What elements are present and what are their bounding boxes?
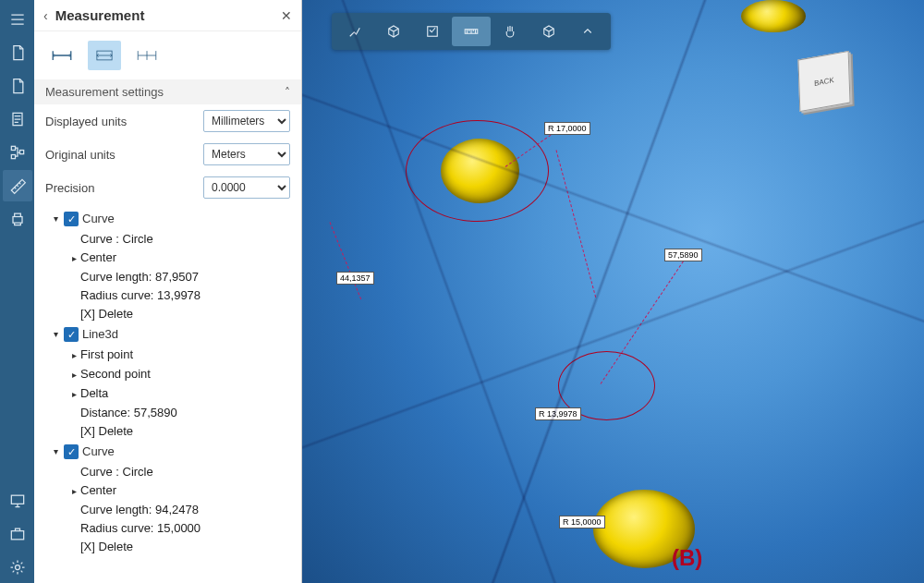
- briefcase-icon[interactable]: [3, 518, 32, 550]
- tree-leaf[interactable]: ▸Center: [34, 481, 301, 501]
- 3d-viewport[interactable]: (B) R 17,0000 44,1357 57,5890 R 13,9978 …: [302, 0, 924, 583]
- tree-node-label: Line3d: [82, 325, 118, 344]
- svg-point-7: [15, 565, 19, 570]
- tree-leaf[interactable]: [X] Delete: [34, 422, 301, 441]
- displayed-units-label: Displayed units: [45, 115, 196, 128]
- precision-select[interactable]: 00.00.000.0000.0000: [203, 176, 290, 199]
- measurement-panel: ‹ Measurement ✕ Measurement settings ˄ D…: [34, 0, 302, 583]
- back-button[interactable]: ‹: [43, 8, 48, 23]
- gear-icon[interactable]: [3, 552, 32, 583]
- tree-leaf[interactable]: Distance: 57,5890: [34, 404, 301, 422]
- svg-rect-1: [11, 146, 15, 150]
- panel-title: Measurement: [55, 7, 274, 23]
- svg-rect-6: [11, 531, 23, 540]
- tree-node[interactable]: ▾✓Curve: [34, 208, 301, 230]
- tree-icon[interactable]: [3, 137, 32, 168]
- tree-node-label: Curve: [82, 443, 115, 461]
- screen-icon[interactable]: [3, 485, 32, 516]
- svg-rect-2: [11, 155, 15, 159]
- svg-rect-3: [19, 151, 23, 154]
- tree-leaf[interactable]: ▸First point: [34, 346, 301, 365]
- original-units-select[interactable]: MillimetersCentimetersMetersInches: [203, 143, 290, 165]
- tree-node[interactable]: ▾✓Curve: [34, 441, 301, 463]
- open-doc-icon[interactable]: [3, 37, 32, 68]
- tree-leaf[interactable]: Curve : Circle: [34, 230, 301, 249]
- svg-rect-5: [11, 495, 23, 504]
- tree-leaf[interactable]: ▸Center: [34, 249, 301, 268]
- mode-edge[interactable]: [88, 41, 121, 70]
- tree-leaf[interactable]: ▸Delta: [34, 384, 301, 404]
- mode-point-point[interactable]: [45, 41, 79, 70]
- tree-leaf[interactable]: [X] Delete: [34, 538, 301, 556]
- tree-leaf[interactable]: Radius curve: 15,0000: [34, 519, 301, 538]
- doc-icon[interactable]: [3, 70, 32, 102]
- precision-label: Precision: [45, 181, 196, 195]
- original-units-label: Original units: [45, 148, 196, 162]
- mode-multi-edge[interactable]: [130, 41, 164, 70]
- tree-leaf[interactable]: Radius curve: 13,9978: [34, 286, 301, 305]
- svg-rect-4: [13, 217, 22, 224]
- tree-leaf[interactable]: ▸Second point: [34, 365, 301, 384]
- wireframe-overlay: [302, 0, 924, 583]
- tree-leaf[interactable]: Curve length: 87,9507: [34, 268, 301, 286]
- menu-icon[interactable]: [3, 4, 32, 35]
- print-icon[interactable]: [3, 203, 32, 235]
- tree-leaf[interactable]: Curve length: 94,2478: [34, 501, 301, 519]
- tree-leaf[interactable]: Curve : Circle: [34, 463, 301, 481]
- measure-icon[interactable]: [3, 170, 32, 201]
- chevron-up-icon: ˄: [285, 86, 290, 99]
- mode-row: [34, 31, 301, 79]
- measurement-tree[interactable]: ▾✓CurveCurve : Circle▸CenterCurve length…: [34, 204, 301, 583]
- app-sidebar: [0, 0, 34, 583]
- settings-section-header[interactable]: Measurement settings ˄: [34, 79, 301, 104]
- tree-node-label: Curve: [82, 210, 115, 228]
- page-icon[interactable]: [3, 103, 32, 135]
- close-button[interactable]: ✕: [281, 8, 292, 23]
- displayed-units-select[interactable]: MillimetersCentimetersMetersInches: [203, 110, 290, 132]
- tree-leaf[interactable]: [X] Delete: [34, 305, 301, 323]
- tree-node[interactable]: ▾✓Line3d: [34, 323, 301, 346]
